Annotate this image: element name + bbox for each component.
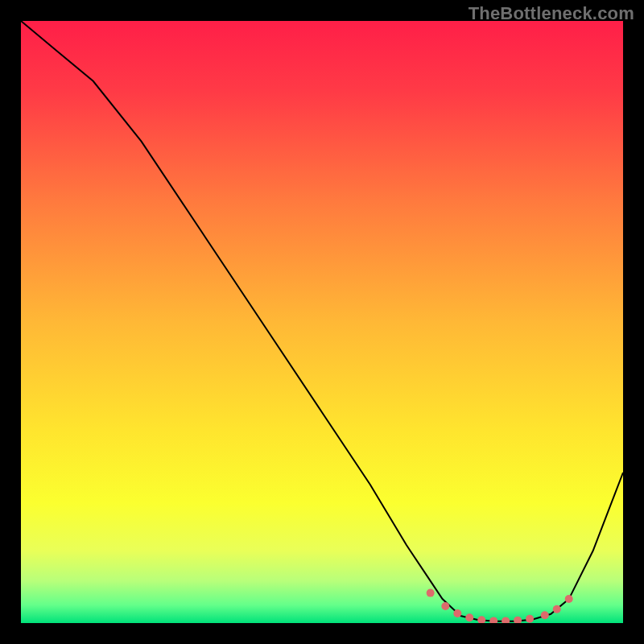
plot-area: [21, 21, 623, 623]
bottleneck-chart-svg: [21, 21, 623, 623]
chart-frame: TheBottleneck.com: [0, 0, 644, 644]
gradient-background: [21, 21, 623, 623]
sweet-spot-marker: [453, 609, 461, 617]
sweet-spot-marker: [553, 605, 561, 613]
sweet-spot-marker: [565, 595, 573, 603]
sweet-spot-marker: [427, 589, 435, 597]
attribution-text: TheBottleneck.com: [469, 3, 634, 24]
sweet-spot-marker: [526, 615, 534, 623]
sweet-spot-marker: [541, 611, 549, 619]
sweet-spot-marker: [441, 602, 449, 610]
sweet-spot-marker: [465, 613, 473, 621]
